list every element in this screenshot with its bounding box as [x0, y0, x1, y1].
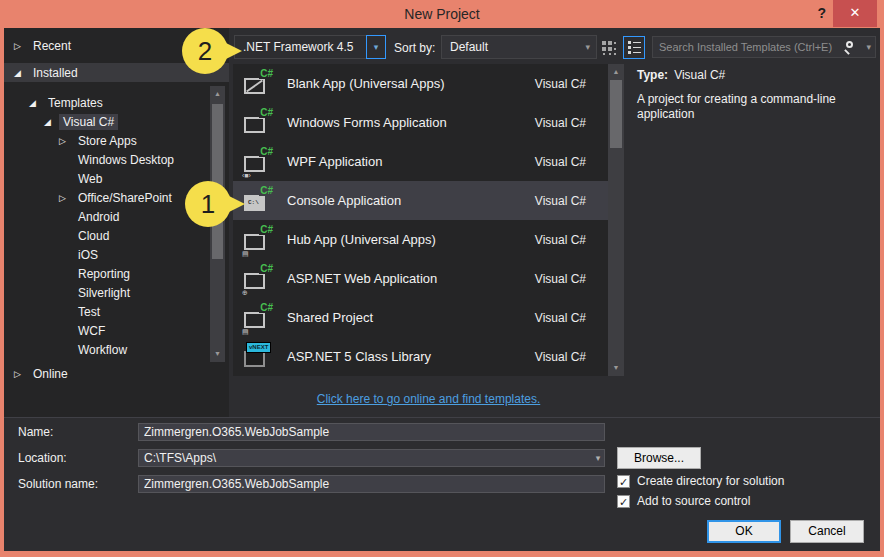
template-type-line: Type:Visual C#	[637, 68, 876, 82]
ok-button[interactable]: OK	[707, 520, 781, 543]
chevron-down-icon[interactable]: ▾	[866, 37, 871, 57]
tree-expander-icon[interactable]: ◢	[29, 98, 44, 108]
sidebar-item-visual-c[interactable]: ◢ Visual C#	[4, 112, 229, 131]
framework-dropdown[interactable]: .NET Framework 4.5 ▾	[234, 35, 386, 59]
sidebar-item-templates[interactable]: ◢ Templates	[4, 93, 229, 112]
shared-icon: C#▤	[241, 303, 275, 333]
callout-tail	[223, 193, 245, 215]
sidebar-item-label: Store Apps	[74, 133, 141, 149]
template-name: ASP.NET 5 Class Library	[287, 349, 535, 364]
template-row-windows-forms-application[interactable]: C# Windows Forms Application Visual C#	[233, 103, 608, 142]
template-list: C# Blank App (Universal Apps) Visual C# …	[233, 64, 608, 376]
template-row-asp-net-5-class-library[interactable]: vNEXT ASP.NET 5 Class Library Visual C#	[233, 337, 608, 376]
source-control-checkbox[interactable]: ✓	[617, 495, 630, 508]
chevron-down-icon[interactable]: ▾	[591, 449, 605, 467]
sidebar-item-label: Recent	[29, 38, 75, 54]
chevron-down-icon: ▾	[585, 36, 590, 58]
template-name: ASP.NET Web Application	[287, 271, 535, 286]
chevron-down-icon[interactable]: ▾	[366, 35, 386, 59]
template-name: Shared Project	[287, 310, 535, 325]
sidebar-item-label: Office/SharePoint	[74, 190, 176, 206]
close-icon[interactable]: ✕	[833, 0, 877, 27]
sidebar-item-label: Windows Desktop	[74, 152, 178, 168]
create-directory-checkbox[interactable]: ✓	[617, 475, 630, 488]
tree-expander-icon[interactable]: ◢	[44, 117, 59, 127]
small-icons-view-button[interactable]	[601, 40, 617, 56]
template-list-scrollbar[interactable]: ▲ ▼	[608, 64, 624, 376]
sidebar-item-workflow[interactable]: Workflow	[4, 340, 229, 359]
browse-button[interactable]: Browse...	[617, 447, 701, 469]
template-icon-window	[244, 78, 265, 94]
sidebar-item-cloud[interactable]: Cloud	[4, 226, 229, 245]
dialog-title: New Project	[0, 6, 884, 22]
csharp-badge: C#	[259, 303, 274, 313]
tree-expander-icon[interactable]: ▷	[14, 41, 29, 51]
sidebar-item-test[interactable]: Test	[4, 302, 229, 321]
template-name: Console Application	[287, 193, 535, 208]
template-name: Hub App (Universal Apps)	[287, 232, 535, 247]
icon-detail-glyph: ⊕	[242, 289, 248, 296]
template-icon-window	[244, 273, 265, 289]
small-icons-view-icon	[602, 41, 606, 45]
type-value: Visual C#	[674, 68, 725, 82]
create-directory-checkbox-row: ✓ Create directory for solution	[617, 474, 784, 488]
tree-expander-icon[interactable]: ▷	[59, 136, 74, 146]
template-row-hub-app-universal-apps[interactable]: C#▤ Hub App (Universal Apps) Visual C#	[233, 220, 608, 259]
new-project-dialog: New Project ? ✕ ▷ Recent ◢ Installed ◢ T…	[0, 0, 884, 557]
template-row-blank-app-universal-apps[interactable]: C# Blank App (Universal Apps) Visual C#	[233, 64, 608, 103]
sidebar-item-online[interactable]: ▷ Online	[4, 364, 229, 383]
sidebar-item-label: Workflow	[74, 342, 131, 358]
template-row-console-application[interactable]: C#C:\ Console Application Visual C#	[233, 181, 608, 220]
scroll-down-icon[interactable]: ▼	[210, 348, 225, 360]
tree-expander-icon[interactable]: ▷	[59, 193, 74, 203]
scroll-up-icon[interactable]: ▲	[210, 88, 225, 100]
template-row-asp-net-web-application[interactable]: C#⊕ ASP.NET Web Application Visual C#	[233, 259, 608, 298]
search-input[interactable]	[653, 37, 839, 57]
sidebar-item-ios[interactable]: iOS	[4, 245, 229, 264]
template-row-wpf-application[interactable]: C#‹■› WPF Application Visual C#	[233, 142, 608, 181]
cancel-button[interactable]: Cancel	[790, 520, 864, 543]
scroll-down-icon[interactable]: ▼	[608, 362, 624, 374]
template-language: Visual C#	[535, 77, 586, 91]
sidebar-item-label: WCF	[74, 323, 109, 339]
sidebar-item-label: Online	[29, 366, 72, 382]
search-icon[interactable]	[846, 41, 853, 48]
template-language: Visual C#	[535, 116, 586, 130]
tree-expander-icon[interactable]: ▷	[14, 369, 29, 379]
location-field[interactable]	[138, 449, 605, 467]
online-templates-link-row: Click here to go online and find templat…	[233, 389, 624, 407]
sidebar-item-reporting[interactable]: Reporting	[4, 264, 229, 283]
csharp-badge: C#	[259, 225, 274, 235]
list-view-icon	[628, 41, 631, 44]
dialog-content: ▷ Recent ◢ Installed ◢ Templates ◢ Visua…	[4, 28, 880, 551]
sidebar-item-wcf[interactable]: WCF	[4, 321, 229, 340]
sidebar-item-label: Android	[74, 209, 123, 225]
list-view-button[interactable]	[623, 36, 645, 59]
sidebar-item-silverlight[interactable]: Silverlight	[4, 283, 229, 302]
tree-expander-icon[interactable]: ◢	[14, 68, 29, 78]
help-icon[interactable]: ?	[817, 5, 826, 21]
solution-name-field[interactable]	[138, 475, 605, 493]
template-language: Visual C#	[535, 350, 586, 364]
form-separator	[4, 417, 880, 418]
template-icon-window	[244, 234, 265, 250]
scroll-up-icon[interactable]: ▲	[608, 66, 624, 78]
sidebar-item-windows-desktop[interactable]: Windows Desktop	[4, 150, 229, 169]
sidebar-item-label: iOS	[74, 247, 102, 263]
sort-dropdown[interactable]: Default ▾	[441, 35, 597, 59]
location-label: Location:	[18, 449, 67, 467]
aspnet-web-icon: C#⊕	[241, 264, 275, 294]
template-row-shared-project[interactable]: C#▤ Shared Project Visual C#	[233, 298, 608, 337]
sidebar-item-label: Web	[74, 171, 106, 187]
template-icon-window	[244, 312, 265, 328]
framework-dropdown-value: .NET Framework 4.5	[235, 36, 367, 58]
sidebar-item-label: Cloud	[74, 228, 113, 244]
console-icon: C#C:\	[241, 186, 275, 216]
sidebar-item-store-apps[interactable]: ▷ Store Apps	[4, 131, 229, 150]
icon-detail-glyph: ▤	[242, 250, 249, 257]
source-control-checkbox-row: ✓ Add to source control	[617, 494, 750, 508]
template-list-scrollbar-thumb[interactable]	[610, 80, 622, 148]
name-field[interactable]	[138, 423, 605, 441]
online-templates-link[interactable]: Click here to go online and find templat…	[317, 392, 540, 406]
blank-app-icon: C#	[241, 69, 275, 99]
